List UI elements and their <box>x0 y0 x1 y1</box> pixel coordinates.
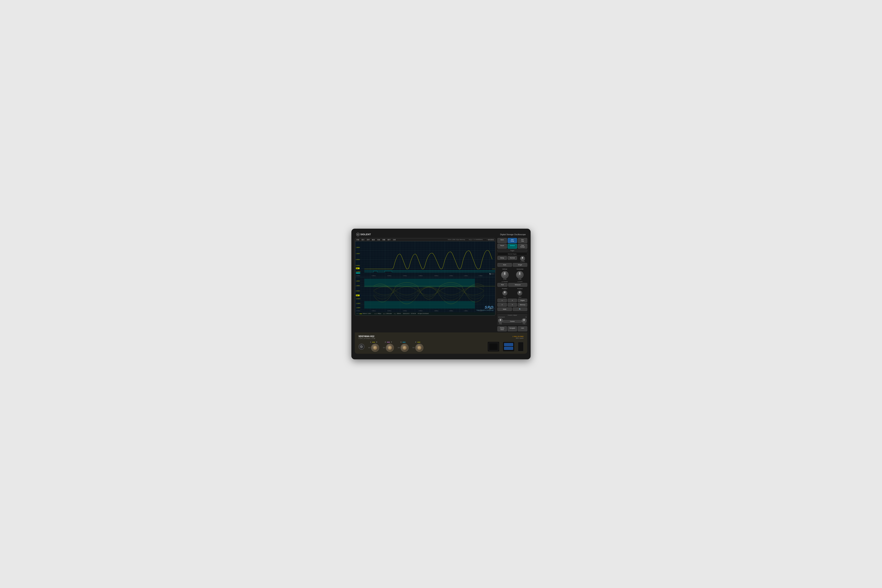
channel-2-input: 2 Y ⠿⠿ <box>383 341 394 352</box>
save-button[interactable]: Save <box>497 238 507 243</box>
svg-text:-1.500V: -1.500V <box>356 307 360 308</box>
search-button[interactable]: 🔍 <box>513 308 527 311</box>
free-b-label: Free <box>522 323 526 324</box>
position-h-label: Position <box>513 288 527 290</box>
right-panel: Save AutoSetup RunStop Touch Default Cle… <box>497 238 527 332</box>
ch4-pins: ⠿⠿ <box>412 347 415 349</box>
ch3-ch4-row: 3 4 Memory <box>497 303 527 307</box>
menu-bar[interactable]: 功能 显示 采样 触发 光标 测量 数字 分析 4GHz 12Bit 1Gps … <box>355 238 495 242</box>
var-zoom-row: ▲ Variable ▲ Zoom <box>497 281 527 282</box>
usb-port-1[interactable] <box>504 343 513 346</box>
setup-normal-row: Setup Normal ▲ 10% <box>497 256 527 262</box>
display-panel-button[interactable]: DisplayPanel <box>497 326 507 332</box>
bnc-info: ⚠ 50Ω | 5V RMS BNC Inputs <box>512 336 524 339</box>
ch4-color-line <box>417 342 420 342</box>
cursor-b-knob[interactable] <box>522 318 526 323</box>
vertical-scale-knob[interactable] <box>501 271 508 279</box>
menu-cursor[interactable]: 光标 <box>377 239 380 241</box>
svg-text:1.000us: 1.000us <box>449 310 453 311</box>
setup-button[interactable]: Setup <box>497 256 507 260</box>
ch3-button[interactable]: 3 <box>497 303 507 307</box>
svg-text:0.400us: 0.400us <box>403 310 407 311</box>
menu-digital[interactable]: 数字 <box>388 239 391 241</box>
svg-rect-21 <box>364 279 475 287</box>
usb-port-2[interactable] <box>504 347 513 350</box>
model-spec: 4 GHz | 20 GSa/s | 12-bit <box>358 338 375 339</box>
ch3-pins: ⠿⠿ <box>398 347 400 349</box>
svg-text:1.000V: 1.000V <box>356 285 360 286</box>
ch2-pins: ⠿⠿ <box>383 347 385 349</box>
waveform-svg: 1.800V 1.000V 0.500V 0.000V -0.500V CH1 … <box>355 242 495 312</box>
usb-ports <box>503 342 514 351</box>
vertical-position-knob[interactable] <box>502 291 507 296</box>
top-btn-row: Save AutoSetup RunStop <box>497 238 527 243</box>
auto-setup-button[interactable]: AutoSetup <box>508 238 517 243</box>
svg-text:0.800us: 0.800us <box>434 310 438 311</box>
channel-1-input: 1 X ⠿⠿ <box>368 341 379 352</box>
auto-button[interactable]: Auto <box>497 263 512 267</box>
svg-text:1.000us: 1.000us <box>449 275 453 276</box>
model-info: SDS7404A H12 4 GHz | 20 GSa/s | 12-bit <box>358 335 375 339</box>
menu-display[interactable]: 显示 <box>362 239 364 241</box>
zero-h-label: Zero <box>513 297 527 298</box>
roll-button[interactable]: Roll <box>497 283 507 287</box>
ch4-bnc[interactable] <box>415 344 423 352</box>
menu-function[interactable]: 功能 <box>356 239 359 241</box>
horizontal-position-knob[interactable] <box>518 291 522 296</box>
ch1-bnc[interactable] <box>371 344 379 352</box>
ch4-button[interactable]: 4 <box>508 303 517 307</box>
normal-button[interactable]: Normal <box>508 256 517 260</box>
power-button[interactable]: ⏻ <box>358 344 364 350</box>
position-section: Position Position <box>497 288 527 290</box>
svg-text:-0.200us: -0.200us <box>356 310 360 311</box>
svg-text:0.500V: 0.500V <box>356 259 360 260</box>
horizontal-scale-knob[interactable] <box>516 271 524 279</box>
horizontal-label: Horizontal <box>513 268 527 270</box>
svg-text:1.200us: 1.200us <box>464 275 468 276</box>
screen-info-freq: fc(1) = 17.09995MHz <box>469 239 483 241</box>
ch4-label: 4 <box>415 341 420 343</box>
svg-text:0.200us: 0.200us <box>387 275 392 276</box>
touch-btn-row: Touch Default ClearSweeps <box>497 244 527 249</box>
touch-button[interactable]: Touch <box>497 244 507 249</box>
memory-button[interactable]: Memory <box>518 303 527 307</box>
card-reader-slot <box>489 343 498 350</box>
user-button[interactable]: User <box>518 326 527 332</box>
svg-text:-1.000V: -1.000V <box>356 303 360 304</box>
navigate-button[interactable]: Navigate <box>508 326 517 332</box>
zero-row: Zero Zero <box>497 297 527 298</box>
svg-text:0.800us: 0.800us <box>434 275 438 276</box>
oscilloscope-screen: 功能 显示 采样 触发 光标 测量 数字 分析 4GHz 12Bit 1Gps … <box>355 238 495 316</box>
default-button[interactable]: Default <box>508 244 517 249</box>
ch2-bnc[interactable] <box>386 344 394 352</box>
menu-measure[interactable]: 测量 <box>382 239 386 241</box>
ch1-button[interactable]: 1 <box>497 298 507 302</box>
menu-trigger[interactable]: 触发 <box>372 239 375 241</box>
svg-rect-11 <box>364 270 495 272</box>
measure-button[interactable]: Measure <box>508 283 527 287</box>
ch3-bnc[interactable] <box>400 344 409 352</box>
trigger-level-knob[interactable] <box>520 256 525 261</box>
digital-button[interactable]: Digital <box>518 298 527 302</box>
menu-analysis[interactable]: 分析 <box>393 239 396 241</box>
math-button[interactable]: Math <box>497 308 512 311</box>
ch4-bnc-inner <box>417 346 421 350</box>
svg-text:1.400us: 1.400us <box>478 275 483 276</box>
status-bar: CH1 500mV/ 0.00V 时差 600μs 触发 200ns/div 停… <box>355 312 495 315</box>
media-slots <box>488 342 499 351</box>
ch1-pins: ⠿⠿ <box>368 347 370 349</box>
menu-sample[interactable]: 采样 <box>367 239 370 241</box>
svg-rect-22 <box>364 301 475 309</box>
variable-label: ▲ Variable <box>497 281 512 282</box>
brand-logo: SIGLENT <box>356 233 371 236</box>
svg-text:0.600us: 0.600us <box>418 310 423 311</box>
brand-name: SIGLENT <box>360 233 371 236</box>
clear-sweeps-button[interactable]: ClearSweeps <box>518 244 527 249</box>
ch2-button[interactable]: 2 <box>508 298 517 302</box>
cursors-button[interactable]: Cursors <box>503 320 522 323</box>
trigger-mode-text: Normal Single | <box>508 253 517 255</box>
run-stop-button[interactable]: RunStop <box>518 238 527 243</box>
svg-text:0.000us: 0.000us <box>372 275 376 276</box>
single-button[interactable]: Single <box>513 263 527 267</box>
cursor-a-knob[interactable] <box>498 318 503 323</box>
